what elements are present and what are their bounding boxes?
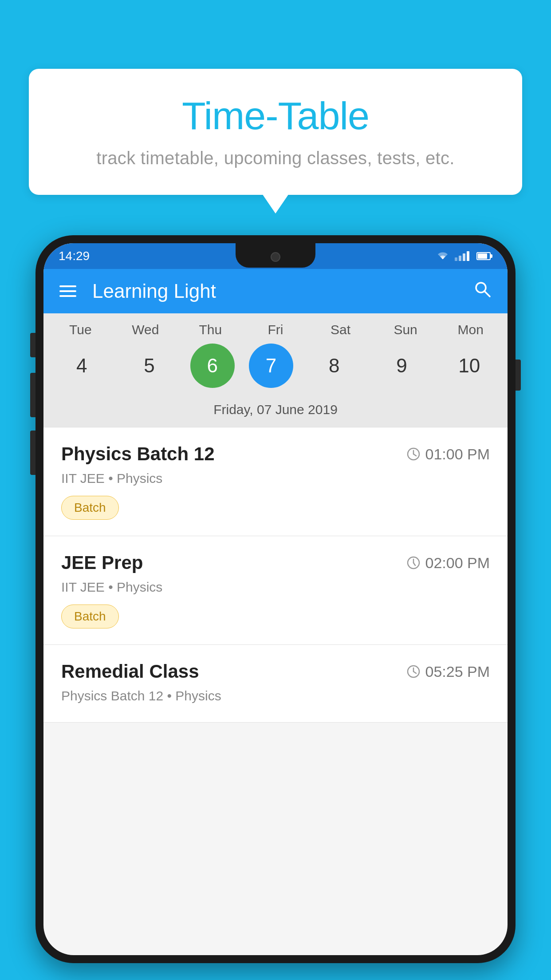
date-10[interactable]: 10 bbox=[443, 344, 496, 388]
date-8[interactable]: 8 bbox=[307, 344, 361, 388]
battery-icon bbox=[476, 252, 491, 260]
schedule-name-2: JEE Prep bbox=[61, 552, 143, 573]
date-7-selected[interactable]: 7 bbox=[249, 344, 293, 388]
svg-line-1 bbox=[484, 291, 490, 296]
phone-notch bbox=[236, 243, 315, 268]
calendar-strip: Tue Wed Thu Fri Sat Sun Mon 4 5 6 7 8 9 … bbox=[43, 313, 508, 427]
day-tue: Tue bbox=[54, 322, 107, 337]
status-time: 14:29 bbox=[59, 249, 90, 263]
day-mon: Mon bbox=[444, 322, 497, 337]
phone-screen: 14:29 bbox=[43, 243, 508, 955]
selected-date-label: Friday, 07 June 2019 bbox=[43, 397, 508, 427]
clock-icon-2 bbox=[406, 556, 421, 570]
batch-badge-1: Batch bbox=[61, 496, 119, 520]
schedule-sub-3: Physics Batch 12 • Physics bbox=[61, 688, 490, 703]
schedule-item-1-top: Physics Batch 12 01:00 PM bbox=[61, 443, 490, 465]
schedule-list: Physics Batch 12 01:00 PM IIT JEE • Phys… bbox=[43, 427, 508, 723]
date-6-today[interactable]: 6 bbox=[190, 344, 235, 388]
schedule-item-2[interactable]: JEE Prep 02:00 PM IIT JEE • Physics Batc… bbox=[43, 536, 508, 645]
schedule-item-1[interactable]: Physics Batch 12 01:00 PM IIT JEE • Phys… bbox=[43, 427, 508, 536]
phone-btn-left1 bbox=[30, 333, 35, 357]
bubble-title: Time-Table bbox=[55, 93, 496, 138]
bubble-subtitle: track timetable, upcoming classes, tests… bbox=[55, 148, 496, 168]
schedule-time-1: 01:00 PM bbox=[406, 446, 490, 463]
date-9[interactable]: 9 bbox=[375, 344, 429, 388]
schedule-sub-2: IIT JEE • Physics bbox=[61, 580, 490, 595]
phone-btn-left2 bbox=[30, 373, 35, 417]
phone-outer: 14:29 bbox=[35, 235, 516, 963]
batch-badge-2: Batch bbox=[61, 605, 119, 628]
schedule-time-3: 05:25 PM bbox=[406, 663, 490, 680]
app-title: Learning Light bbox=[92, 280, 473, 302]
calendar-days-header: Tue Wed Thu Fri Sat Sun Mon bbox=[43, 322, 508, 337]
speech-bubble-container: Time-Table track timetable, upcoming cla… bbox=[29, 69, 522, 195]
svg-line-7 bbox=[413, 563, 415, 565]
speech-bubble: Time-Table track timetable, upcoming cla… bbox=[29, 69, 522, 195]
schedule-item-2-top: JEE Prep 02:00 PM bbox=[61, 552, 490, 573]
schedule-item-3[interactable]: Remedial Class 05:25 PM Physics Batch 12… bbox=[43, 645, 508, 723]
svg-line-4 bbox=[413, 454, 416, 456]
date-5[interactable]: 5 bbox=[122, 344, 176, 388]
schedule-time-2: 02:00 PM bbox=[406, 554, 490, 572]
phone-camera bbox=[271, 252, 280, 262]
hamburger-icon[interactable] bbox=[59, 285, 76, 297]
phone-btn-left3 bbox=[30, 431, 35, 475]
clock-icon-1 bbox=[406, 447, 421, 461]
signal-icon bbox=[455, 251, 469, 261]
phone-btn-right bbox=[516, 360, 521, 391]
search-icon[interactable] bbox=[473, 280, 492, 303]
clock-icon-3 bbox=[406, 664, 421, 679]
schedule-item-3-top: Remedial Class 05:25 PM bbox=[61, 661, 490, 682]
schedule-name-3: Remedial Class bbox=[61, 661, 199, 682]
status-icons bbox=[436, 251, 491, 261]
calendar-dates: 4 5 6 7 8 9 10 bbox=[43, 344, 508, 388]
schedule-sub-1: IIT JEE • Physics bbox=[61, 471, 490, 486]
date-4[interactable]: 4 bbox=[55, 344, 108, 388]
day-wed: Wed bbox=[119, 322, 172, 337]
day-sun: Sun bbox=[379, 322, 432, 337]
schedule-name-1: Physics Batch 12 bbox=[61, 443, 215, 465]
day-fri: Fri bbox=[249, 322, 302, 337]
svg-line-10 bbox=[413, 672, 416, 673]
phone-wrapper: 14:29 bbox=[35, 235, 516, 980]
day-thu: Thu bbox=[184, 322, 237, 337]
day-sat: Sat bbox=[314, 322, 367, 337]
wifi-icon bbox=[436, 251, 449, 261]
app-bar: Learning Light bbox=[43, 269, 508, 313]
